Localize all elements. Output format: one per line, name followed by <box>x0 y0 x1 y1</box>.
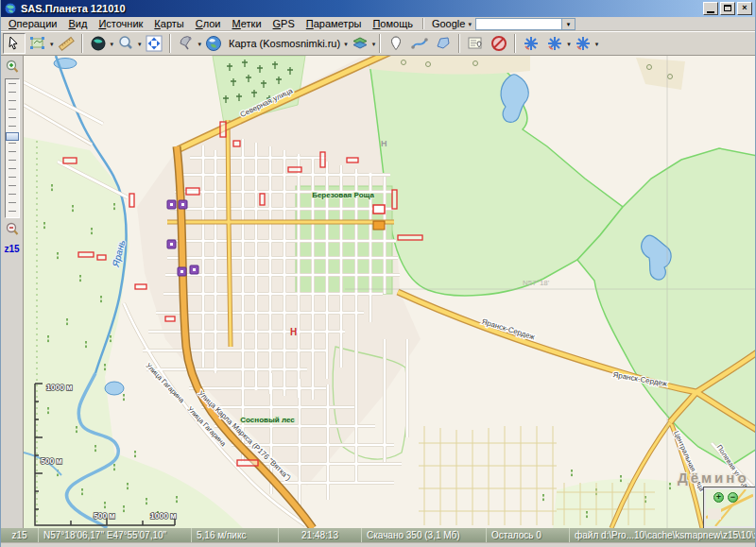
fullscreen-button[interactable] <box>143 33 165 54</box>
menu-help[interactable]: Помощь <box>367 18 419 29</box>
dark-globe-icon <box>90 35 107 52</box>
satellite-dish-icon <box>178 35 195 52</box>
no-entry-icon <box>490 35 507 52</box>
earth-globe-icon <box>205 35 222 52</box>
zoom-tool-button[interactable] <box>114 33 137 54</box>
menu-separator <box>422 18 424 29</box>
ruler-icon <box>58 35 75 52</box>
status-remaining: Осталось 0 <box>487 528 570 542</box>
window-bottom-edge <box>1 542 755 547</box>
gps-marks-button[interactable] <box>572 33 594 54</box>
gps-marks-dropdown-icon[interactable]: ▾ <box>595 41 599 47</box>
fullscreen-icon <box>146 35 163 52</box>
toolbar-separator <box>169 34 171 53</box>
hide-placemarks-button[interactable] <box>488 33 510 54</box>
poi-bus-icon <box>373 221 385 230</box>
add-placemark-button[interactable] <box>385 33 407 54</box>
toolbar-separator <box>514 34 516 53</box>
label-graticule: N57°18' <box>523 279 550 287</box>
close-button[interactable]: × <box>737 2 752 15</box>
placemark-pin-icon <box>387 35 404 52</box>
gps-track-dropdown-icon[interactable]: ▾ <box>567 41 571 47</box>
search-dropdown-button[interactable]: ▾ <box>561 19 575 29</box>
map-viewport[interactable]: Северная улица Ярань Березовая Роща Яран… <box>24 56 755 528</box>
status-bar: z15 N57°18'06,17" E47°55'07,10" 5,16 м/п… <box>1 528 755 542</box>
map-source-label[interactable]: Карта (Kosmosnimki.ru) <box>226 38 343 49</box>
menu-operations[interactable]: Операции <box>3 18 62 29</box>
select-dropdown-icon[interactable]: ▾ <box>50 41 54 47</box>
status-coordinates: N57°18'06,17" E47°55'07,10" <box>39 528 192 542</box>
main-area: z15 <box>1 56 755 528</box>
gps-dropdown-icon[interactable]: ▾ <box>198 41 202 47</box>
gps-star-icon <box>523 35 540 52</box>
selection-region-icon <box>29 35 46 52</box>
goto-button[interactable] <box>87 33 110 54</box>
placemark-manager-button[interactable] <box>464 33 487 54</box>
status-time: 21:48:13 <box>279 528 362 542</box>
layers-icon <box>352 35 369 52</box>
menu-gps[interactable]: GPS <box>267 18 301 29</box>
layers-dropdown-icon[interactable]: ▾ <box>372 41 376 47</box>
status-resolution: 5,16 м/пикс <box>192 528 279 542</box>
menu-view[interactable]: Вид <box>62 18 93 29</box>
map-source-button[interactable] <box>202 33 225 54</box>
app-window: SAS.Планета 121010 × Операции Вид Источн… <box>0 0 756 547</box>
polygon-icon <box>435 35 452 52</box>
status-tile-file: файл d:\Pro...10\cache\ksmapnew\z15\10\x… <box>570 528 755 542</box>
gps-connect-button[interactable] <box>175 33 198 54</box>
zoom-level-label: z15 <box>4 244 19 254</box>
title-bar: SAS.Планета 121010 × <box>1 0 755 17</box>
search-input[interactable] <box>476 19 561 29</box>
minimize-button[interactable] <box>703 2 718 15</box>
menu-bar: Операции Вид Источник Карты Слои Метки G… <box>1 17 755 31</box>
menu-maps[interactable]: Карты <box>148 18 189 29</box>
minimap-zoom-out-button[interactable]: − <box>728 492 738 503</box>
gps-star-icon <box>575 35 592 52</box>
gps-star-icon <box>546 35 563 52</box>
search-engine-selector[interactable]: Google ▾ <box>428 18 475 29</box>
toolbar-separator <box>379 34 381 53</box>
zoom-out-button[interactable] <box>4 221 21 238</box>
route-path-icon <box>411 35 428 52</box>
menu-layers[interactable]: Слои <box>190 18 227 29</box>
menu-source[interactable]: Источник <box>93 18 148 29</box>
scale-v500: 500 м <box>41 456 62 466</box>
measure-distance-button[interactable] <box>55 33 77 54</box>
menu-placemarks[interactable]: Метки <box>227 18 267 29</box>
poi-red-icon <box>373 205 385 214</box>
search-engine-label: Google <box>432 18 465 29</box>
restore-button[interactable] <box>720 2 735 15</box>
gps-track-options-button[interactable] <box>543 33 566 54</box>
status-downloaded: Скачано 350 (3,1 Мб) <box>362 528 487 542</box>
zoom-slider[interactable] <box>5 78 20 218</box>
goto-dropdown-icon[interactable]: ▾ <box>111 41 114 47</box>
gps-track-button[interactable] <box>520 33 542 54</box>
add-polygon-button[interactable] <box>432 33 455 54</box>
overview-map[interactable]: + − <box>704 487 755 528</box>
zoom-dropdown-icon[interactable]: ▾ <box>138 41 142 47</box>
magnifier-icon <box>117 35 134 52</box>
pan-tool-button[interactable] <box>3 33 26 54</box>
minimap-zoom-in-button[interactable]: + <box>713 492 724 503</box>
label-sosnovy: Сосновый лес <box>240 416 295 424</box>
toolbar-separator <box>81 34 83 53</box>
cursor-arrow-icon <box>7 36 22 51</box>
window-title: SAS.Планета 121010 <box>21 3 703 14</box>
status-zoom: z15 <box>1 528 39 542</box>
map-source-dropdown-icon[interactable]: ▾ <box>344 41 348 47</box>
hospital-symbol: H <box>381 139 387 148</box>
select-region-button[interactable] <box>26 33 49 54</box>
layers-button[interactable] <box>349 33 371 54</box>
zoom-slider-ticks <box>9 83 16 214</box>
placemark-list-icon <box>467 35 484 52</box>
zoom-slider-thumb[interactable] <box>6 132 19 141</box>
menu-settings[interactable]: Параметры <box>301 18 368 29</box>
app-icon <box>4 2 17 15</box>
scale-h500: 500 м <box>94 511 115 521</box>
chevron-down-icon: ▾ <box>468 21 472 27</box>
hospital-symbol-red: H <box>290 327 297 337</box>
add-path-button[interactable] <box>408 33 431 54</box>
label-demino: Дёмино <box>678 470 749 486</box>
zoom-panel: z15 <box>1 56 24 528</box>
zoom-in-button[interactable] <box>4 59 21 76</box>
